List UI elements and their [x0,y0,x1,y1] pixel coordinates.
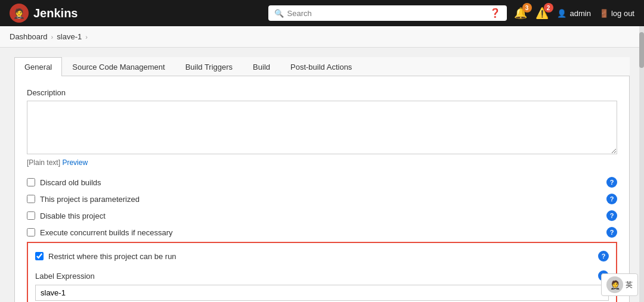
description-label: Description [27,88,617,97]
restrict-label: Restrict where this project can be run [48,252,593,261]
jenkins-title: Jenkins [33,7,78,20]
breadcrumb-sep-1: › [51,33,54,41]
notification-bell[interactable]: 🔔 3 [514,7,527,20]
concurrent-label: Execute concurrent builds if necessary [40,228,602,237]
discard-label: Discard old builds [40,178,602,187]
main-content: General Source Code Management Build Tri… [0,48,644,302]
expression-label: Label Expression [35,272,95,281]
breadcrumb: Dashboard › slave-1 › [0,26,644,48]
restrict-inner: Label Expression ? Label slave-1 matches… [35,270,609,302]
tab-build-triggers[interactable]: Build Triggers [175,57,243,76]
preview-link[interactable]: Preview [62,158,88,167]
scrollbar-thumb[interactable] [639,32,644,68]
form-area: Description [Plain text] Preview Discard… [14,76,630,302]
checkbox-discard: Discard old builds ? [27,174,617,191]
notification-badge: 3 [522,3,532,13]
user-icon: 👤 [557,9,566,18]
breadcrumb-sep-2: › [85,33,88,41]
preview-link-row: [Plain text] Preview [27,158,617,167]
breadcrumb-slave[interactable]: slave-1 [57,32,82,41]
scrollbar-track[interactable] [639,26,644,302]
tab-bar: General Source Code Management Build Tri… [14,57,630,76]
bottom-avatar: 🤵 英 [601,273,638,296]
alert-badge: 2 [544,3,553,13]
user-info[interactable]: 👤 admin [557,9,591,18]
checkbox-parameterized: This project is parameterized ? [27,191,617,207]
user-name: admin [570,9,591,18]
alert-icon[interactable]: ⚠️ 2 [535,7,549,20]
parameterized-label: This project is parameterized [40,195,602,204]
help-circle-icon: ❓ [490,8,501,18]
header: 🤵 Jenkins 🔍 ❓ 🔔 3 ⚠️ 2 👤 admin 🚪 log out [0,0,644,26]
disable-help-icon[interactable]: ? [606,210,617,221]
parameterized-help-icon[interactable]: ? [606,194,617,204]
restrict-checkbox[interactable] [35,252,44,260]
concurrent-help-icon[interactable]: ? [606,227,617,238]
discard-help-icon[interactable]: ? [606,177,617,188]
locale-label: 英 [626,280,633,290]
breadcrumb-dashboard[interactable]: Dashboard [10,32,48,41]
search-box[interactable]: 🔍 ❓ [268,5,507,21]
jenkins-logo: 🤵 Jenkins [10,4,78,23]
expression-label-row: Label Expression ? [35,270,609,281]
checkbox-disable: Disable this project ? [27,207,617,224]
disable-label: Disable this project [40,211,602,220]
logout-icon: 🚪 [599,9,609,18]
tab-general[interactable]: General [14,57,62,76]
restrict-box: Restrict where this project can be run ?… [27,242,617,302]
restrict-help-icon[interactable]: ? [598,251,609,261]
avatar-image: 🤵 [606,276,623,293]
checkbox-concurrent: Execute concurrent builds if necessary ? [27,224,617,241]
restrict-checkbox-row: Restrict where this project can be run ? [35,248,609,264]
concurrent-checkbox[interactable] [27,228,35,236]
logout-label: log out [611,9,634,18]
tab-build[interactable]: Build [243,57,280,76]
logout-button[interactable]: 🚪 log out [599,9,634,18]
expression-input[interactable] [35,285,609,301]
jenkins-avatar: 🤵 [10,4,29,23]
tab-scm[interactable]: Source Code Management [62,57,175,76]
description-textarea[interactable] [27,101,617,154]
discard-checkbox[interactable] [27,178,35,186]
parameterized-checkbox[interactable] [27,195,35,203]
header-icons: 🔔 3 ⚠️ 2 👤 admin 🚪 log out [514,7,634,20]
disable-checkbox[interactable] [27,211,35,220]
tab-post-build[interactable]: Post-build Actions [280,57,362,76]
search-input[interactable] [287,9,486,18]
search-icon: 🔍 [274,9,284,18]
plain-text-label: [Plain text] [27,158,60,167]
